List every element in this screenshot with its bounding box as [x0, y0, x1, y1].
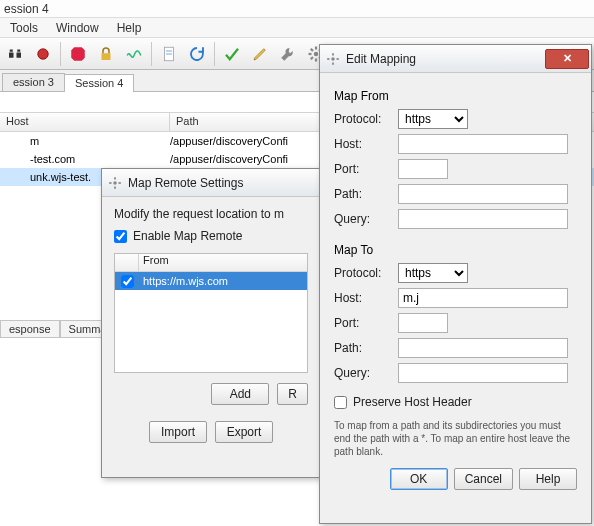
- export-button[interactable]: Export: [215, 421, 273, 443]
- app-title: ession 4: [4, 2, 49, 16]
- add-button[interactable]: Add: [211, 383, 269, 405]
- document-icon[interactable]: [156, 41, 182, 67]
- to-protocol-select[interactable]: https: [398, 263, 468, 283]
- to-host-input[interactable]: [398, 288, 568, 308]
- lock-icon[interactable]: [93, 41, 119, 67]
- edit-mapping-dialog: Edit Mapping ✕ Map From Protocol: https …: [319, 44, 592, 524]
- wave-icon[interactable]: [121, 41, 147, 67]
- menu-window[interactable]: Window: [48, 19, 107, 37]
- tab-session-3[interactable]: ession 3: [2, 73, 65, 91]
- col-host[interactable]: Host: [0, 113, 170, 131]
- svg-point-0: [38, 48, 49, 59]
- from-path-input[interactable]: [398, 184, 568, 204]
- help-button[interactable]: Help: [519, 468, 577, 490]
- svg-line-13: [311, 57, 313, 59]
- svg-point-20: [331, 57, 335, 61]
- preserve-host-input[interactable]: [334, 396, 347, 409]
- r-button[interactable]: R: [277, 383, 308, 405]
- from-column[interactable]: From: [139, 254, 307, 271]
- svg-marker-1: [71, 47, 85, 61]
- dialog-title: Edit Mapping: [346, 52, 416, 66]
- to-query-input[interactable]: [398, 363, 568, 383]
- gear-icon: [326, 52, 340, 66]
- toolbar-separator: [214, 42, 215, 66]
- from-list: From https://m.wjs.com: [114, 253, 308, 373]
- stop-icon[interactable]: [65, 41, 91, 67]
- app-titlebar: ession 4: [0, 0, 594, 18]
- cancel-button[interactable]: Cancel: [454, 468, 513, 490]
- tab-session-4[interactable]: Session 4: [64, 74, 134, 92]
- toolbar-separator: [60, 42, 61, 66]
- from-row[interactable]: https://m.wjs.com: [115, 272, 307, 290]
- enable-map-remote-checkbox[interactable]: Enable Map Remote: [114, 229, 308, 243]
- map-from-title: Map From: [334, 89, 577, 103]
- record-icon[interactable]: [30, 41, 56, 67]
- dialog-description: Modify the request location to m: [114, 207, 308, 221]
- from-list-header: From: [115, 254, 307, 272]
- import-button[interactable]: Import: [149, 421, 207, 443]
- from-query-input[interactable]: [398, 209, 568, 229]
- map-remote-dialog: Map Remote Settings Modify the request l…: [101, 168, 321, 478]
- menu-help[interactable]: Help: [109, 19, 150, 37]
- dialog-titlebar[interactable]: Edit Mapping ✕: [320, 45, 591, 73]
- check-icon[interactable]: [219, 41, 245, 67]
- binoculars-icon[interactable]: [2, 41, 28, 67]
- dialog-title: Map Remote Settings: [128, 176, 243, 190]
- to-port-input[interactable]: [398, 313, 448, 333]
- ok-button[interactable]: OK: [390, 468, 448, 490]
- svg-point-6: [314, 51, 319, 56]
- gear-icon: [108, 176, 122, 190]
- svg-rect-2: [102, 53, 111, 60]
- pencil-icon[interactable]: [247, 41, 273, 67]
- svg-point-15: [113, 181, 117, 185]
- to-path-input[interactable]: [398, 338, 568, 358]
- map-to-title: Map To: [334, 243, 577, 257]
- tab-response[interactable]: esponse: [0, 320, 60, 338]
- from-protocol-select[interactable]: https: [398, 109, 468, 129]
- menubar: Tools Window Help: [0, 18, 594, 38]
- enable-map-remote-input[interactable]: [114, 230, 127, 243]
- preserve-host-checkbox[interactable]: Preserve Host Header: [334, 395, 577, 409]
- dialog-titlebar[interactable]: Map Remote Settings: [102, 169, 320, 197]
- hint-text: To map from a path and its subdirectorie…: [334, 419, 577, 458]
- from-host-input[interactable]: [398, 134, 568, 154]
- toolbar-separator: [151, 42, 152, 66]
- from-row-checkbox[interactable]: [121, 275, 134, 288]
- svg-line-11: [311, 48, 313, 50]
- refresh-icon[interactable]: [184, 41, 210, 67]
- from-row-url: https://m.wjs.com: [139, 275, 307, 287]
- menu-tools[interactable]: Tools: [2, 19, 46, 37]
- wrench-icon[interactable]: [275, 41, 301, 67]
- close-icon[interactable]: ✕: [545, 49, 589, 69]
- from-port-input[interactable]: [398, 159, 448, 179]
